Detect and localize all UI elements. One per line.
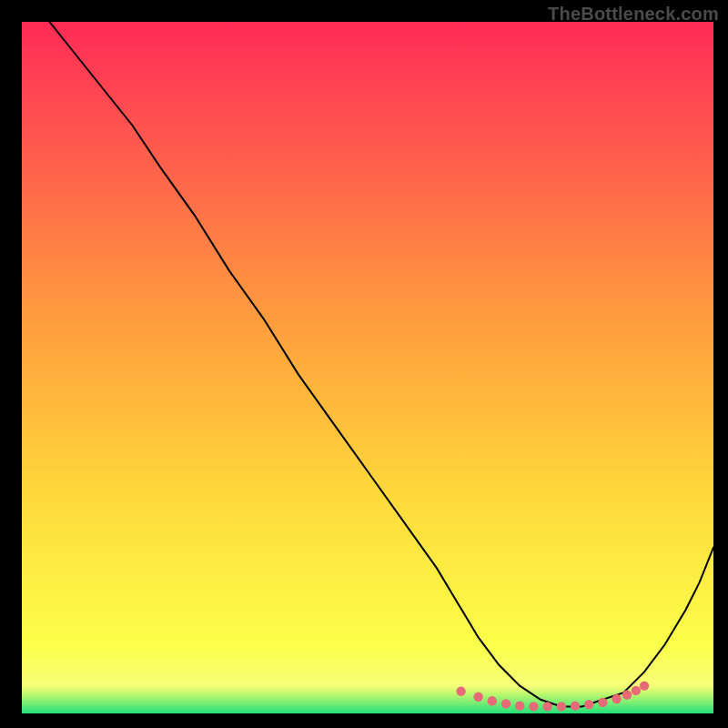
marker-dot: [488, 696, 497, 705]
marker-dot: [640, 681, 649, 690]
marker-dot: [557, 702, 566, 711]
marker-dot: [473, 693, 482, 702]
marker-dot: [632, 686, 641, 695]
marker-dot: [515, 701, 524, 710]
marker-dot: [456, 686, 465, 695]
marker-dot: [529, 702, 538, 711]
chart-container: TheBottleneck.com: [0, 0, 728, 728]
marker-dot: [622, 690, 632, 699]
marker-dot: [571, 701, 580, 710]
marker-dot: [584, 700, 593, 709]
plot-area: [22, 22, 713, 713]
chart-svg: [22, 22, 713, 713]
gradient-background: [22, 22, 713, 713]
marker-dot: [501, 699, 511, 708]
marker-dot: [612, 694, 621, 703]
marker-dot: [542, 702, 551, 711]
marker-dot: [598, 698, 607, 707]
